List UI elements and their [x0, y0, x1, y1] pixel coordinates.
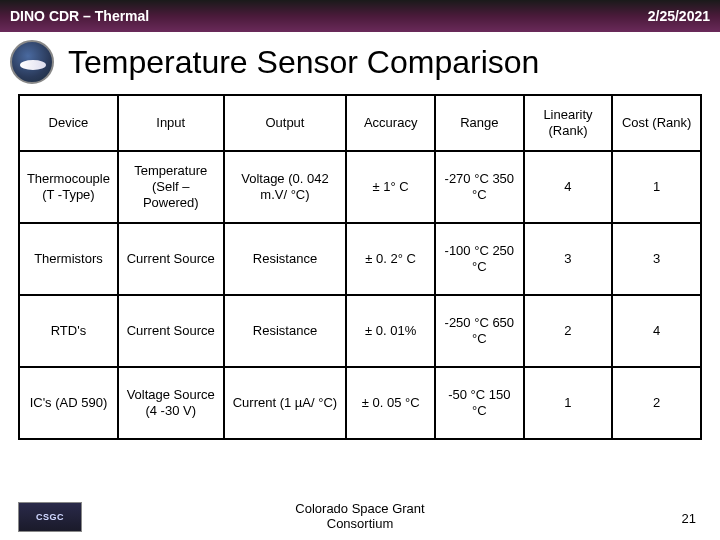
- col-device: Device: [19, 95, 118, 151]
- cell-input: Current Source: [118, 295, 224, 367]
- comparison-table-wrap: Device Input Output Accuracy Range Linea…: [0, 88, 720, 440]
- cell-input: Voltage Source (4 -30 V): [118, 367, 224, 439]
- cell-range: -100 °C 250 °C: [435, 223, 524, 295]
- cell-cost: 2: [612, 367, 701, 439]
- table-row: RTD's Current Source Resistance ± 0. 01%…: [19, 295, 701, 367]
- cell-device: Thermistors: [19, 223, 118, 295]
- cell-accuracy: ± 0. 2° C: [346, 223, 435, 295]
- footer-org: Colorado Space Grant Consortium: [295, 501, 424, 532]
- table-header-row: Device Input Output Accuracy Range Linea…: [19, 95, 701, 151]
- cell-output: Current (1 µA/ °C): [224, 367, 347, 439]
- header-left: DINO CDR – Thermal: [10, 8, 149, 24]
- cell-range: -250 °C 650 °C: [435, 295, 524, 367]
- cell-cost: 4: [612, 295, 701, 367]
- cell-cost: 3: [612, 223, 701, 295]
- csgc-logo-icon: CSGC: [18, 502, 82, 532]
- cell-device: IC's (AD 590): [19, 367, 118, 439]
- col-range: Range: [435, 95, 524, 151]
- footer: CSGC Colorado Space Grant Consortium 21: [0, 501, 720, 532]
- cell-device: RTD's: [19, 295, 118, 367]
- col-output: Output: [224, 95, 347, 151]
- col-input: Input: [118, 95, 224, 151]
- table-row: IC's (AD 590) Voltage Source (4 -30 V) C…: [19, 367, 701, 439]
- header-bar: DINO CDR – Thermal 2/25/2021: [0, 0, 720, 32]
- cell-accuracy: ± 0. 05 °C: [346, 367, 435, 439]
- comparison-table: Device Input Output Accuracy Range Linea…: [18, 94, 702, 440]
- cell-linearity: 3: [524, 223, 613, 295]
- page-title: Temperature Sensor Comparison: [68, 44, 539, 81]
- planet-logo-icon: [10, 40, 54, 84]
- cell-range: -50 °C 150 °C: [435, 367, 524, 439]
- cell-linearity: 1: [524, 367, 613, 439]
- table-row: Thermocouple (T -Type) Temperature (Self…: [19, 151, 701, 223]
- col-cost: Cost (Rank): [612, 95, 701, 151]
- cell-input: Temperature (Self – Powered): [118, 151, 224, 223]
- cell-linearity: 4: [524, 151, 613, 223]
- table-row: Thermistors Current Source Resistance ± …: [19, 223, 701, 295]
- cell-input: Current Source: [118, 223, 224, 295]
- col-linearity: Linearity (Rank): [524, 95, 613, 151]
- cell-output: Resistance: [224, 223, 347, 295]
- cell-accuracy: ± 1° C: [346, 151, 435, 223]
- header-date: 2/25/2021: [648, 8, 710, 24]
- cell-range: -270 °C 350 °C: [435, 151, 524, 223]
- cell-linearity: 2: [524, 295, 613, 367]
- footer-org-line1: Colorado Space Grant: [295, 501, 424, 517]
- footer-org-line2: Consortium: [295, 516, 424, 532]
- cell-device: Thermocouple (T -Type): [19, 151, 118, 223]
- cell-output: Voltage (0. 042 m.V/ °C): [224, 151, 347, 223]
- cell-output: Resistance: [224, 295, 347, 367]
- page-number: 21: [682, 511, 696, 526]
- cell-cost: 1: [612, 151, 701, 223]
- col-accuracy: Accuracy: [346, 95, 435, 151]
- cell-accuracy: ± 0. 01%: [346, 295, 435, 367]
- title-row: Temperature Sensor Comparison: [0, 32, 720, 88]
